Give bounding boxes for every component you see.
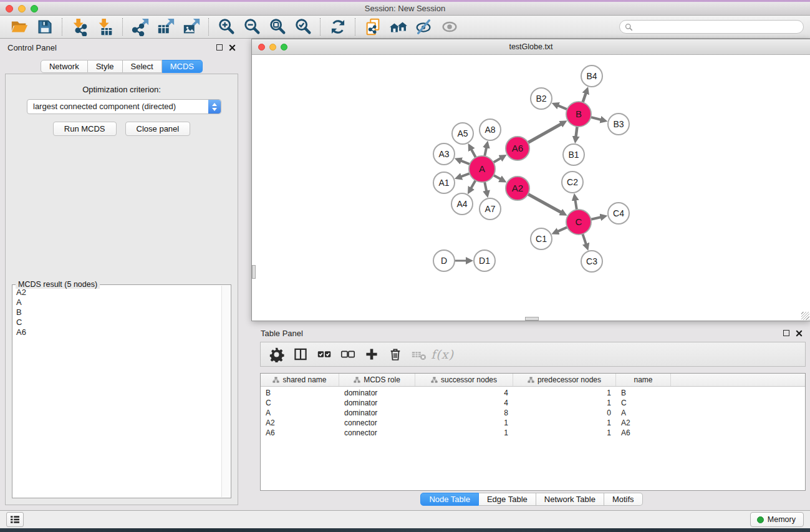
graph-node-D[interactable]: D — [433, 250, 455, 271]
show-all-button[interactable] — [436, 17, 462, 37]
graph-node-C2[interactable]: C2 — [562, 172, 583, 193]
table-cell[interactable]: A2 — [261, 418, 339, 427]
network-window-titlebar[interactable]: testGlobe.txt — [252, 39, 810, 55]
graph-node-B[interactable]: B — [566, 102, 591, 127]
table-row[interactable]: Bdominator41B — [261, 388, 805, 398]
first-neighbors-button[interactable] — [385, 17, 411, 37]
result-scrollbar[interactable] — [221, 286, 230, 497]
table-cell[interactable]: A6 — [616, 428, 671, 437]
column-header-name[interactable]: name — [616, 374, 671, 386]
graph-node-B1[interactable]: B1 — [563, 144, 584, 165]
table-tab-node-table[interactable]: Node Table — [420, 493, 479, 506]
graph-node-A6[interactable]: A6 — [506, 137, 529, 160]
graph-node-C1[interactable]: C1 — [531, 228, 552, 249]
table-row[interactable]: Adominator80A — [261, 408, 805, 418]
memory-button[interactable]: Memory — [750, 512, 804, 527]
run-mcds-button[interactable]: Run MCDS — [53, 122, 117, 136]
search-box[interactable] — [619, 20, 804, 34]
table-cell[interactable]: A6 — [261, 428, 339, 437]
graph-node-A[interactable]: A — [469, 156, 495, 182]
graph-node-A5[interactable]: A5 — [452, 123, 473, 144]
table-cell[interactable]: 8 — [415, 409, 513, 417]
table-tab-edge-table[interactable]: Edge Table — [479, 493, 536, 506]
graph-node-C4[interactable]: C4 — [608, 203, 629, 224]
export-image-button[interactable] — [178, 17, 204, 37]
network-close-button[interactable] — [258, 44, 265, 51]
table-cell[interactable]: 1 — [415, 428, 513, 437]
toggle-column-view-button[interactable] — [289, 344, 311, 364]
network-minimize-button[interactable] — [269, 44, 276, 51]
window-resize-handle-left[interactable] — [252, 265, 256, 279]
export-network-button[interactable] — [127, 17, 153, 37]
table-tab-network-table[interactable]: Network Table — [536, 493, 604, 506]
close-table-panel-icon[interactable] — [796, 330, 803, 337]
search-input[interactable] — [636, 22, 798, 31]
table-cell[interactable]: A2 — [616, 418, 671, 427]
add-column-button[interactable] — [360, 344, 382, 364]
graph-node-C3[interactable]: C3 — [581, 251, 602, 272]
table-cell[interactable]: 4 — [415, 399, 513, 407]
table-cell[interactable]: B — [261, 389, 339, 397]
graph-node-B4[interactable]: B4 — [581, 65, 602, 87]
column-header-successor-nodes[interactable]: successor nodes — [415, 374, 513, 386]
graph-node-B3[interactable]: B3 — [608, 114, 629, 135]
refresh-layout-button[interactable] — [325, 17, 350, 37]
mcds-result-item[interactable]: A6 — [16, 327, 220, 337]
close-panel-button[interactable]: Close panel — [125, 122, 191, 136]
close-window-button[interactable] — [6, 5, 13, 12]
table-cell[interactable]: connector — [339, 418, 415, 427]
mcds-result-item[interactable]: A — [16, 297, 220, 307]
delete-column-button[interactable] — [384, 344, 406, 364]
window-resize-handle-bottom[interactable] — [525, 317, 539, 321]
import-network-button[interactable] — [67, 17, 92, 37]
table-settings-button[interactable] — [266, 344, 287, 364]
criterion-select[interactable]: largest connected component (directed) — [27, 99, 221, 114]
float-table-panel-icon[interactable] — [783, 330, 789, 336]
graph-node-A3[interactable]: A3 — [433, 143, 455, 165]
table-cell[interactable]: 0 — [513, 409, 616, 417]
table-row[interactable]: A2connector11A2 — [261, 418, 805, 428]
minimize-window-button[interactable] — [18, 5, 26, 12]
graph-node-A2[interactable]: A2 — [506, 177, 529, 200]
mcds-result-item[interactable]: C — [16, 317, 220, 327]
table-cell[interactable]: 1 — [415, 418, 513, 427]
graph-node-C[interactable]: C — [566, 210, 591, 235]
column-header-shared-name[interactable]: shared name — [261, 374, 339, 386]
window-resize-grip[interactable] — [801, 312, 809, 320]
save-session-button[interactable] — [32, 17, 57, 37]
graph-node-A1[interactable]: A1 — [433, 172, 455, 193]
table-cell[interactable]: 1 — [513, 418, 616, 427]
table-cell[interactable]: 4 — [415, 389, 513, 397]
export-table-button[interactable] — [153, 17, 178, 37]
zoom-out-button[interactable] — [239, 17, 264, 37]
table-cell[interactable]: dominator — [339, 389, 415, 397]
deselect-all-rows-button[interactable] — [337, 344, 359, 364]
graph-node-A4[interactable]: A4 — [451, 193, 473, 215]
network-canvas[interactable]: B4B2BB3A5A8A6A3B1AA1C2A2A4A7C4CC1C3DD1 — [252, 56, 810, 321]
column-header-MCDS-role[interactable]: MCDS role — [339, 374, 415, 386]
mcds-result-item[interactable]: A2 — [16, 288, 220, 297]
select-all-rows-button[interactable] — [313, 344, 335, 364]
control-tab-select[interactable]: Select — [123, 60, 162, 73]
table-cell[interactable]: dominator — [339, 409, 415, 417]
graph-node-D1[interactable]: D1 — [474, 250, 495, 271]
task-history-button[interactable] — [6, 512, 24, 527]
table-cell[interactable]: 1 — [513, 389, 616, 397]
open-file-button[interactable] — [6, 17, 32, 37]
table-cell[interactable]: B — [616, 389, 671, 397]
zoom-in-button[interactable] — [213, 17, 239, 37]
maximize-window-button[interactable] — [31, 5, 38, 12]
hide-selected-button[interactable] — [411, 17, 436, 37]
graph-node-A7[interactable]: A7 — [480, 198, 501, 220]
table-cell[interactable]: connector — [339, 428, 415, 437]
network-maximize-button[interactable] — [281, 44, 287, 51]
table-cell[interactable]: C — [616, 399, 671, 407]
table-cell[interactable]: 1 — [513, 399, 616, 407]
graph-node-B2[interactable]: B2 — [531, 88, 552, 109]
mcds-result-item[interactable]: B — [16, 307, 220, 317]
table-cell[interactable]: 1 — [513, 428, 616, 437]
table-tab-motifs[interactable]: Motifs — [604, 493, 643, 506]
control-tab-style[interactable]: Style — [88, 60, 123, 73]
table-cell[interactable]: dominator — [339, 399, 415, 407]
zoom-selected-button[interactable] — [290, 17, 316, 37]
